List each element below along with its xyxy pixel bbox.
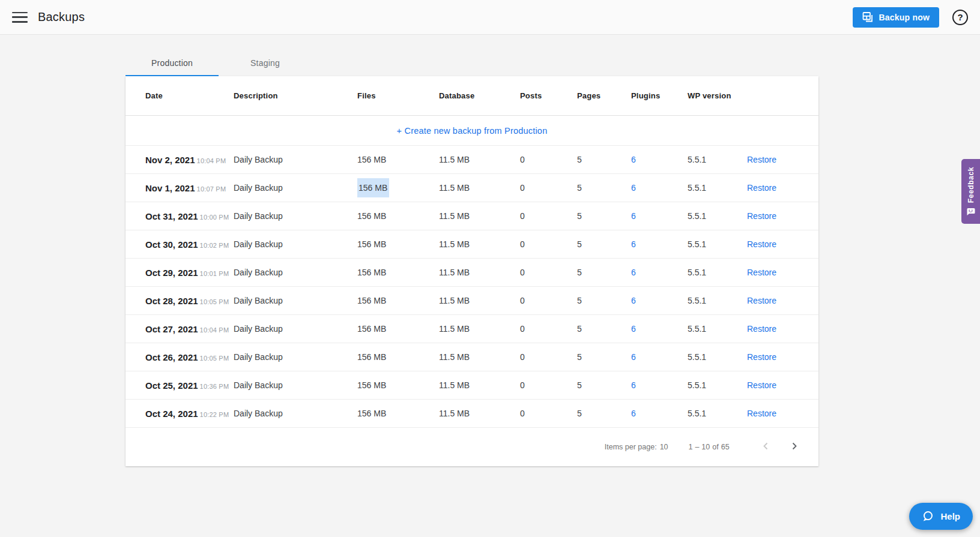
restore-link[interactable]: Restore xyxy=(747,239,776,249)
backup-database-size: 11.5 MB xyxy=(439,268,520,277)
menu-icon[interactable] xyxy=(12,11,28,23)
restore-link[interactable]: Restore xyxy=(747,155,776,164)
backup-pages-count: 5 xyxy=(577,296,631,305)
plugins-count-link[interactable]: 6 xyxy=(631,380,636,390)
plugins-count-link[interactable]: 6 xyxy=(631,324,636,334)
table-row: Nov 2, 202110:04 PM Daily Backup 156 MB … xyxy=(126,146,818,174)
plugins-count-link[interactable]: 6 xyxy=(631,352,636,362)
backup-date-cell: Oct 28, 202110:05 PM xyxy=(145,296,234,306)
backup-action-cell: Restore xyxy=(747,211,818,221)
feedback-label: Feedback xyxy=(967,167,975,203)
backup-date: Oct 26, 2021 xyxy=(145,352,198,362)
backup-plugins-cell: 6 xyxy=(631,352,688,362)
plugins-count-link[interactable]: 6 xyxy=(631,268,636,277)
backup-plugins-cell: 6 xyxy=(631,296,688,305)
backup-wp-version: 5.5.1 xyxy=(688,324,747,334)
backup-time: 10:02 PM xyxy=(200,242,229,249)
backup-action-cell: Restore xyxy=(747,155,818,164)
items-per-page-value[interactable]: 10 xyxy=(660,443,668,451)
backup-time: 10:36 PM xyxy=(200,383,229,390)
backup-date: Nov 1, 2021 xyxy=(145,183,195,193)
backup-files-size: 156 MB xyxy=(357,380,386,390)
backup-pages-count: 5 xyxy=(577,183,631,193)
backup-action-cell: Restore xyxy=(747,352,818,362)
column-header-description: Description xyxy=(234,91,357,100)
plugins-count-link[interactable]: 6 xyxy=(631,183,636,193)
backup-files-size: 156 MB xyxy=(357,409,386,418)
backup-description: Daily Backup xyxy=(234,183,357,193)
backup-date-cell: Nov 1, 202110:07 PM xyxy=(145,183,234,193)
items-per-page-label: Items per page: xyxy=(605,443,657,451)
help-button[interactable]: Help xyxy=(909,503,973,530)
backup-date-cell: Nov 2, 202110:04 PM xyxy=(145,155,234,165)
backup-description: Daily Backup xyxy=(234,268,357,277)
backup-description: Daily Backup xyxy=(234,352,357,362)
next-page-button[interactable] xyxy=(788,440,800,454)
backup-plugins-cell: 6 xyxy=(631,155,688,164)
backup-files-size: 156 MB xyxy=(357,178,389,197)
backup-time: 10:04 PM xyxy=(200,326,229,334)
backup-date: Oct 27, 2021 xyxy=(145,324,198,334)
backup-now-button[interactable]: Backup now xyxy=(853,7,939,28)
backup-pages-count: 5 xyxy=(577,324,631,334)
backup-files-size: 156 MB xyxy=(357,268,386,277)
backup-description: Daily Backup xyxy=(234,239,357,249)
backup-description: Daily Backup xyxy=(234,155,357,164)
restore-link[interactable]: Restore xyxy=(747,268,776,277)
restore-link[interactable]: Restore xyxy=(747,352,776,362)
plugins-count-link[interactable]: 6 xyxy=(631,155,636,164)
backup-time: 10:05 PM xyxy=(200,298,229,305)
backup-database-size: 11.5 MB xyxy=(439,155,520,164)
backup-files-cell: 156 MB xyxy=(357,155,439,164)
backup-wp-version: 5.5.1 xyxy=(688,352,747,362)
backup-wp-version: 5.5.1 xyxy=(688,409,747,418)
backup-files-size: 156 MB xyxy=(357,211,386,221)
table-row: Oct 28, 202110:05 PM Daily Backup 156 MB… xyxy=(126,287,818,315)
backup-date: Oct 24, 2021 xyxy=(145,409,198,419)
column-header-wp-version: WP version xyxy=(688,91,747,100)
backup-database-size: 11.5 MB xyxy=(439,409,520,418)
plugins-count-link[interactable]: 6 xyxy=(631,211,636,221)
backup-posts-count: 0 xyxy=(520,183,577,193)
backup-files-cell: 156 MB xyxy=(357,296,439,305)
tab-production[interactable]: Production xyxy=(126,51,219,76)
tab-staging[interactable]: Staging xyxy=(219,51,312,76)
chevron-left-icon xyxy=(762,442,770,450)
backup-database-size: 11.5 MB xyxy=(439,183,520,193)
backup-plugins-cell: 6 xyxy=(631,380,688,390)
plugins-count-link[interactable]: 6 xyxy=(631,239,636,249)
backup-description: Daily Backup xyxy=(234,296,357,305)
backup-pages-count: 5 xyxy=(577,380,631,390)
backup-action-cell: Restore xyxy=(747,324,818,334)
restore-link[interactable]: Restore xyxy=(747,183,776,193)
restore-link[interactable]: Restore xyxy=(747,324,776,334)
restore-link[interactable]: Restore xyxy=(747,296,776,305)
backup-action-cell: Restore xyxy=(747,183,818,193)
previous-page-button[interactable] xyxy=(760,440,772,454)
column-header-posts: Posts xyxy=(520,91,577,100)
backup-date-cell: Oct 26, 202110:05 PM xyxy=(145,352,234,362)
restore-link[interactable]: Restore xyxy=(747,409,776,418)
restore-link[interactable]: Restore xyxy=(747,380,776,390)
create-backup-link[interactable]: + Create new backup from Production xyxy=(397,126,548,136)
topbar: Backups Backup now ? xyxy=(0,0,980,35)
column-header-date: Date xyxy=(145,91,234,100)
backup-plugins-cell: 6 xyxy=(631,268,688,277)
plugins-count-link[interactable]: 6 xyxy=(631,296,636,305)
restore-link[interactable]: Restore xyxy=(747,211,776,221)
feedback-chat-icon xyxy=(966,208,975,216)
plugins-count-link[interactable]: 6 xyxy=(631,409,636,418)
feedback-tab[interactable]: Feedback xyxy=(961,159,980,224)
backup-action-cell: Restore xyxy=(747,239,818,249)
column-header-pages: Pages xyxy=(577,91,631,100)
backup-date: Oct 25, 2021 xyxy=(145,380,198,391)
backup-wp-version: 5.5.1 xyxy=(688,211,747,221)
backup-posts-count: 0 xyxy=(520,155,577,164)
table-row: Oct 25, 202110:36 PM Daily Backup 156 MB… xyxy=(126,371,818,400)
backup-files-cell: 156 MB xyxy=(357,380,439,390)
backup-icon xyxy=(862,11,874,23)
backup-files-cell: 156 MB xyxy=(357,239,439,249)
backup-files-size: 156 MB xyxy=(357,352,386,362)
backup-date-cell: Oct 30, 202110:02 PM xyxy=(145,239,234,250)
help-icon[interactable]: ? xyxy=(952,10,968,25)
